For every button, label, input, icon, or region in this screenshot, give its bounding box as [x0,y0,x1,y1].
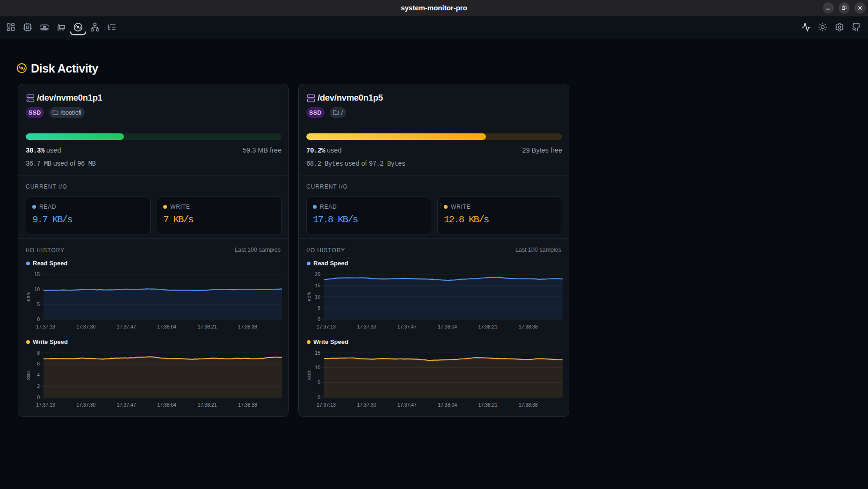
svg-text:17:38:21: 17:38:21 [478,402,498,408]
svg-text:0: 0 [318,394,320,400]
svg-text:0: 0 [37,316,40,322]
svg-text:4: 4 [37,372,40,378]
svg-text:17:38:38: 17:38:38 [238,402,257,408]
svg-text:10: 10 [315,365,320,370]
svg-text:5: 5 [318,380,320,385]
svg-text:17:37:47: 17:37:47 [398,324,417,329]
svg-text:17:37:47: 17:37:47 [117,402,136,408]
svg-text:20: 20 [315,271,320,277]
svg-text:KB/s: KB/s [306,370,311,380]
svg-text:KB/s: KB/s [26,292,31,301]
svg-text:17:38:21: 17:38:21 [198,324,217,329]
svg-text:17:37:13: 17:37:13 [317,402,336,408]
svg-text:17:37:30: 17:37:30 [357,324,376,329]
svg-text:17:38:04: 17:38:04 [157,324,176,329]
svg-text:0: 0 [318,316,320,322]
svg-text:10: 10 [315,294,320,299]
svg-text:15: 15 [315,283,320,288]
svg-text:KB/s: KB/s [306,292,311,301]
svg-text:17:38:38: 17:38:38 [238,324,257,329]
svg-text:0: 0 [37,394,40,400]
svg-text:10: 10 [34,286,40,292]
svg-text:17:37:30: 17:37:30 [76,402,95,408]
svg-text:17:37:47: 17:37:47 [117,324,136,329]
svg-text:17:38:04: 17:38:04 [157,402,176,408]
svg-text:17:37:30: 17:37:30 [357,402,376,408]
svg-text:15: 15 [34,271,40,277]
svg-text:KB/s: KB/s [26,370,31,380]
svg-text:17:38:38: 17:38:38 [519,324,538,329]
svg-text:17:37:13: 17:37:13 [36,402,55,408]
svg-text:17:37:13: 17:37:13 [36,324,55,329]
svg-text:17:38:04: 17:38:04 [438,324,457,329]
svg-text:17:37:13: 17:37:13 [317,324,336,329]
svg-text:8: 8 [37,350,40,356]
svg-text:17:37:30: 17:37:30 [76,324,95,329]
svg-text:2: 2 [37,383,40,389]
svg-text:5: 5 [318,305,320,311]
svg-text:17:38:38: 17:38:38 [519,402,538,408]
svg-text:15: 15 [315,350,320,356]
svg-text:17:38:21: 17:38:21 [198,402,217,408]
svg-text:5: 5 [37,301,40,307]
svg-text:6: 6 [37,361,40,366]
svg-text:17:37:47: 17:37:47 [398,402,417,408]
svg-text:17:38:21: 17:38:21 [478,324,498,329]
svg-text:17:38:04: 17:38:04 [438,402,457,408]
